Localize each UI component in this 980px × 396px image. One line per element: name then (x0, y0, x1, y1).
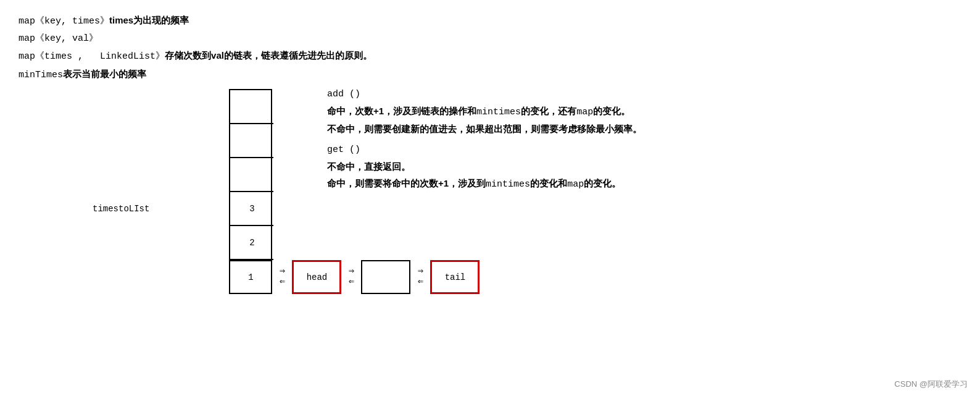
ll-node-head: head (292, 260, 341, 294)
times-to-list-label: timestoLIst (93, 204, 149, 214)
code-map3: map《times , LinkedList》 (19, 51, 165, 62)
stack-cell-empty-2 (230, 124, 273, 158)
stack-cell-2: 2 (230, 226, 273, 260)
header-line-3: map《times , LinkedList》存储次数到val的链表，链表遵循先… (19, 48, 961, 65)
add-line-1: 命中，次数+1，涉及到链表的操作和mintimes的变化，还有map的变化。 (327, 103, 944, 120)
code-map1: map《key, times》 (19, 16, 109, 27)
header-line-2: map《key, val》 (19, 31, 961, 47)
add-line-2: 不命中，则需要创建新的值进去，如果超出范围，则需要考虑移除最小频率。 (327, 120, 944, 137)
add-section: add () 命中，次数+1，涉及到链表的操作和mintimes的变化，还有ma… (327, 89, 944, 137)
stack-cell-empty-1 (230, 90, 273, 124)
bottom-row: 1 ⇒ ⇐ head ⇒ ⇐ ⇒ ⇐ tail (229, 260, 480, 294)
diagram-area: timestoLIst 3 2 1 ⇒ ⇐ head (19, 89, 961, 294)
header-line-1: map《key, times》times为出现的频率 (19, 12, 961, 30)
csdn-watermark: CSDN @阿联爱学习 (894, 379, 968, 390)
arrow-middle-to-tail: ⇒ ⇐ (413, 267, 428, 287)
stack-cell-3: 3 (230, 192, 273, 226)
ll-node-middle (361, 260, 410, 294)
arrow-head-to-middle: ⇒ ⇐ (344, 267, 359, 287)
stack-cell-empty-3 (230, 158, 273, 192)
add-title: add () (327, 89, 944, 99)
cn-mintimes: 表示当前最小的频率 (63, 69, 146, 79)
stack-container: 3 2 (229, 89, 272, 260)
get-title: get () (327, 145, 944, 155)
cn-map3: 存储次数到val的链表，链表遵循先进先出的原则。 (165, 50, 372, 61)
header-lines: map《key, times》times为出现的频率 map《key, val》… (19, 12, 961, 83)
get-line-2: 命中，则需要将命中的次数+1，涉及到mintimes的变化和map的变化。 (327, 175, 944, 193)
cn-map1: times为出现的频率 (109, 15, 189, 25)
get-section: get () 不命中，直接返回。 命中，则需要将命中的次数+1，涉及到minti… (327, 145, 944, 193)
right-notes: add () 命中，次数+1，涉及到链表的操作和mintimes的变化，还有ma… (327, 89, 944, 200)
code-map2: map《key, val》 (19, 33, 98, 44)
arrow-1-to-head: ⇒ ⇐ (275, 267, 289, 287)
header-line-4: minTimes表示当前最小的频率 (19, 66, 961, 83)
stack-cell-1: 1 (229, 260, 272, 294)
ll-node-tail: tail (430, 260, 480, 294)
get-line-1: 不命中，直接返回。 (327, 158, 944, 175)
code-mintimes: minTimes (19, 70, 63, 80)
